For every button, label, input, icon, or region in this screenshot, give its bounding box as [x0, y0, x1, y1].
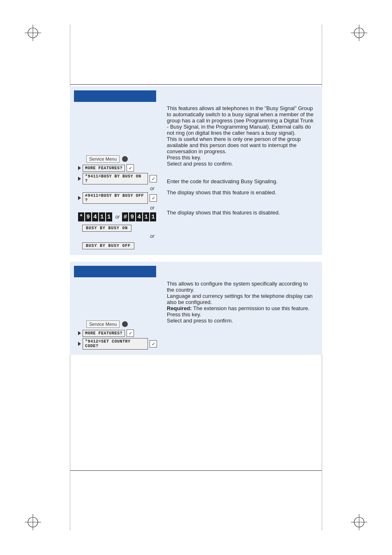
section2-select-confirm: Select and press to confirm.	[167, 318, 316, 324]
corner-mark-br	[351, 514, 367, 530]
more-features-row-1: MORE FEATURES? ✓	[74, 164, 157, 172]
or-label-1: or	[74, 186, 157, 191]
section1-left: Service Menu MORE FEATURES? ✓ *9411=BUSY…	[70, 90, 160, 251]
service-menu-row-1: Service Menu	[74, 155, 157, 163]
section2-block: Service Menu MORE FEATURES? ✓ *9412=SET …	[70, 262, 322, 355]
section1-display1-label: The display shows that this feature is e…	[167, 189, 316, 196]
menu-item-busy-off: #9411=BUSY BY BUSY OFF ?	[83, 192, 148, 204]
section1-desc2: This is useful when there is only one pe…	[167, 136, 316, 154]
or-label-3: or	[74, 233, 157, 239]
section2-press-key: Press this key.	[167, 311, 316, 318]
arrow-icon-3	[78, 196, 81, 200]
section1-display2-label: The display shows that this features is …	[167, 210, 316, 216]
check-icon-3: ✓	[150, 194, 157, 202]
check-icon-5: ✓	[150, 340, 157, 348]
display-busy-off-row: BUSY BY BUSY OFF	[74, 241, 157, 249]
menu-item-busy-off-row: #9411=BUSY BY BUSY OFF ? ✓	[74, 192, 157, 204]
section1-right: This features allows all telephones in t…	[160, 90, 322, 251]
or-label-2: or	[74, 205, 157, 211]
section2-desc1: This allows to configure the system spec…	[167, 281, 316, 293]
section1-header-bar	[74, 90, 156, 102]
check-icon-1: ✓	[127, 164, 134, 172]
key-1-3: 1	[143, 212, 149, 221]
section2-required: Required: The extension has permission t…	[167, 305, 316, 311]
more-features-label-1: MORE FEATURES?	[83, 165, 125, 172]
menu-item-country: *9412=SET COUNTRY CODE?	[83, 338, 148, 350]
menu-item-country-row: *9412=SET COUNTRY CODE? ✓	[74, 338, 157, 350]
section2-header-bar	[74, 266, 156, 277]
section1-enter-code: Enter the code for deactivating Busy Sig…	[167, 178, 316, 184]
key-4-2: 4	[136, 212, 142, 221]
section2-left: Service Menu MORE FEATURES? ✓ *9412=SET …	[70, 266, 160, 351]
key-9-1: 9	[85, 212, 91, 221]
key-1-2: 1	[106, 212, 112, 221]
key-4-1: 4	[92, 212, 98, 221]
required-label: Required:	[167, 305, 192, 311]
arrow-icon-1	[78, 166, 81, 170]
display-busy-on-row: BUSY BY BUSY ON	[74, 223, 157, 232]
check-icon-2: ✓	[150, 175, 157, 182]
section1-press-key: Press this key.	[167, 154, 316, 161]
display-busy-on: BUSY BY BUSY ON	[82, 225, 131, 232]
corner-mark-tl	[25, 25, 41, 41]
keypad-row-1: * 9 4 1 1 or # 9 4 1 1	[74, 212, 157, 221]
section2-desc2: Language and currency settings for the t…	[167, 293, 316, 305]
section-gap	[70, 255, 322, 262]
circle-icon-2	[122, 321, 128, 327]
key-hash: #	[122, 212, 128, 221]
service-menu-button-1[interactable]: Service Menu	[86, 155, 120, 163]
key-1-4: 1	[150, 212, 156, 221]
arrow-icon-2	[78, 177, 81, 181]
more-features-row-2: MORE FEATURES? ✓	[74, 329, 157, 337]
corner-mark-bl	[25, 514, 41, 530]
display-busy-off: BUSY BY BUSY OFF	[82, 242, 134, 249]
key-1-1: 1	[99, 212, 105, 221]
arrow-icon-4	[78, 331, 81, 335]
arrow-icon-5	[78, 342, 81, 346]
check-icon-4: ✓	[127, 329, 134, 337]
corner-mark-tr	[351, 25, 367, 41]
key-9-2: 9	[129, 212, 135, 221]
or-inline: or	[115, 214, 120, 220]
required-text: The extension has permission to use this…	[192, 305, 310, 311]
section1-desc1: This features allows all telephones in t…	[167, 105, 316, 136]
section1-block: Service Menu MORE FEATURES? ✓ *9411=BUSY…	[70, 86, 322, 255]
menu-item-busy-on-row: *9411=BUSY BY BUSY ON ? ✓	[74, 173, 157, 184]
menu-item-busy-on: *9411=BUSY BY BUSY ON ?	[83, 173, 148, 184]
hline-bottom	[70, 470, 322, 471]
hline-top	[70, 84, 322, 85]
service-menu-row-2: Service Menu	[74, 320, 157, 328]
section1-select-confirm: Select and press to confirm.	[167, 161, 316, 167]
more-features-label-2: MORE FEATURES?	[83, 330, 125, 337]
section2-right: This allows to configure the system spec…	[160, 266, 322, 351]
page-body: Service Menu MORE FEATURES? ✓ *9411=BUSY…	[70, 86, 322, 469]
key-star: *	[78, 212, 84, 221]
service-menu-button-2[interactable]: Service Menu	[86, 320, 120, 328]
circle-icon-1	[122, 156, 128, 162]
